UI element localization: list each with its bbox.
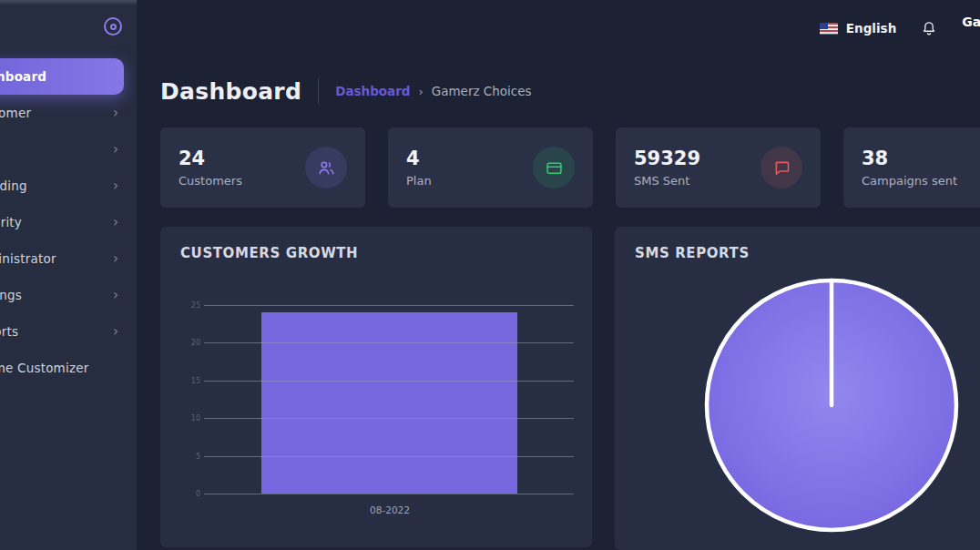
y-tick-label: 5 bbox=[186, 452, 200, 460]
sidebar-item-label: Settings bbox=[0, 288, 113, 302]
divider bbox=[318, 78, 319, 104]
sidebar-item-label: Branding bbox=[0, 178, 113, 193]
breadcrumb-separator-icon: › bbox=[419, 85, 424, 98]
sidebar-menu: Dashboard Customer › SMS › Branding › Se… bbox=[0, 58, 137, 386]
sidebar-item-reports[interactable]: Reports › bbox=[0, 313, 137, 350]
customers-growth-chart[interactable]: 08-2022 2520151050 bbox=[186, 305, 574, 494]
sidebar-item-settings[interactable]: Settings › bbox=[0, 277, 137, 313]
stat-value: 24 bbox=[179, 148, 242, 169]
breadcrumb: Dashboard › Gamerz Choices bbox=[335, 84, 531, 98]
stat-label: Customers bbox=[179, 174, 242, 188]
y-tick-label: 25 bbox=[186, 301, 200, 310]
language-selector[interactable]: English bbox=[820, 21, 896, 36]
gridline bbox=[204, 494, 574, 494]
chevron-right-icon: › bbox=[113, 107, 118, 120]
sidebar-item-theme-customizer[interactable]: Theme Customizer bbox=[0, 350, 137, 386]
growth-x-label: 08-2022 bbox=[370, 504, 410, 515]
sidebar-item-branding[interactable]: Branding › bbox=[0, 168, 137, 204]
gridline bbox=[204, 381, 574, 382]
stat-card-campaigns-sent[interactable]: 38 Campaigns sent bbox=[843, 127, 980, 208]
page-title: Dashboard bbox=[160, 78, 301, 105]
sidebar-item-customer[interactable]: Customer › bbox=[0, 95, 137, 131]
gridline bbox=[204, 342, 574, 343]
sidebar-item-security[interactable]: Security › bbox=[0, 204, 137, 240]
sidebar-item-label: Administrator bbox=[0, 251, 113, 266]
user-name: Gamerz Choices bbox=[962, 15, 980, 29]
chevron-right-icon: › bbox=[113, 216, 118, 229]
notifications-button[interactable] bbox=[920, 19, 938, 38]
stat-card-plan[interactable]: 4 Plan bbox=[388, 127, 593, 208]
stat-cards: 24 Customers 4 Plan 59329 SMS Sent 38 Ca… bbox=[137, 127, 980, 208]
sidebar: Dashboard Customer › SMS › Branding › Se… bbox=[0, 0, 137, 550]
users-icon bbox=[305, 147, 347, 188]
breadcrumb-current: Gamerz Choices bbox=[432, 84, 532, 98]
gridline bbox=[204, 418, 574, 419]
y-tick-label: 15 bbox=[186, 376, 200, 384]
stat-value: 4 bbox=[406, 148, 432, 169]
chevron-right-icon: › bbox=[113, 289, 118, 302]
sidebar-item-label: Dashboard bbox=[0, 69, 116, 84]
sidebar-item-label: Customer bbox=[0, 106, 113, 120]
user-menu[interactable]: Gamerz Choices Available bbox=[962, 15, 980, 43]
chat-icon bbox=[761, 147, 802, 188]
chevron-right-icon: › bbox=[113, 143, 118, 157]
stat-value: 38 bbox=[862, 148, 957, 169]
sidebar-toggle-icon[interactable] bbox=[104, 17, 122, 36]
breadcrumb-link[interactable]: Dashboard bbox=[335, 84, 410, 98]
customers-growth-panel: CUSTOMERS GROWTH 08-2022 2520151050 bbox=[160, 227, 592, 547]
y-tick-label: 10 bbox=[186, 414, 200, 423]
stat-card-sms-sent[interactable]: 59329 SMS Sent bbox=[616, 127, 821, 208]
gridline bbox=[204, 305, 574, 306]
sms-reports-panel: SMS REPORTS bbox=[615, 227, 980, 550]
sidebar-item-label: Theme Customizer bbox=[0, 361, 118, 375]
chevron-right-icon: › bbox=[113, 325, 118, 339]
topbar: English Gamerz Choices Available bbox=[137, 0, 980, 56]
sidebar-item-label: Reports bbox=[0, 324, 113, 339]
y-tick-label: 20 bbox=[186, 339, 200, 347]
sidebar-item-dashboard[interactable]: Dashboard bbox=[0, 58, 124, 95]
sidebar-item-administrator[interactable]: Administrator › bbox=[0, 240, 137, 277]
bell-icon bbox=[920, 19, 938, 38]
chevron-right-icon: › bbox=[113, 179, 118, 193]
stat-value: 59329 bbox=[634, 148, 700, 169]
sms-pie-chart[interactable] bbox=[699, 273, 964, 537]
growth-bar bbox=[261, 312, 517, 494]
stat-label: Campaigns sent bbox=[862, 174, 957, 188]
y-tick-label: 0 bbox=[186, 490, 200, 498]
sidebar-item-label: SMS bbox=[0, 142, 113, 157]
stat-card-customers[interactable]: 24 Customers bbox=[160, 127, 365, 208]
stat-label: Plan bbox=[406, 174, 432, 188]
sms-reports-title: SMS REPORTS bbox=[615, 227, 980, 261]
sidebar-item-label: Security bbox=[0, 215, 113, 229]
user-status: Available bbox=[962, 31, 980, 43]
language-label: English bbox=[846, 21, 896, 36]
customers-growth-title: CUSTOMERS GROWTH bbox=[160, 227, 592, 261]
us-flag-icon bbox=[820, 23, 838, 35]
credit-card-icon bbox=[533, 147, 575, 188]
main-area: English Gamerz Choices Available Dashboa… bbox=[137, 0, 980, 550]
gridline bbox=[204, 456, 574, 457]
sidebar-item-sms[interactable]: SMS › bbox=[0, 131, 137, 168]
chevron-right-icon: › bbox=[113, 252, 118, 266]
stat-label: SMS Sent bbox=[634, 174, 700, 188]
